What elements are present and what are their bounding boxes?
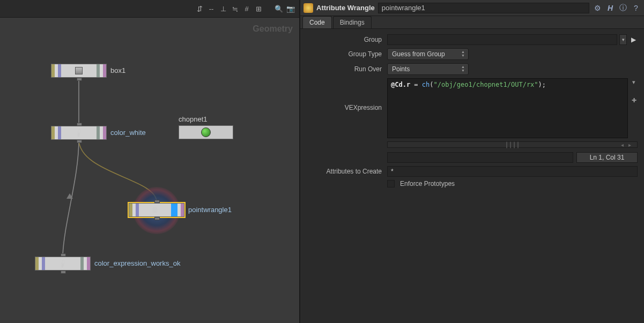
param-vexpression: VEXpression @Cd.r = ch("/obj/geo1/chopne… bbox=[307, 78, 638, 163]
layout-icon-3[interactable]: ⊥ bbox=[219, 4, 227, 13]
group-type-dropdown[interactable]: Guess from Group ▲▼ bbox=[387, 48, 469, 60]
node-color-expression[interactable]: 🖌 color_expression_works_ok bbox=[35, 257, 91, 271]
param-enforce-prototypes: Enforce Prototypes bbox=[307, 180, 638, 187]
layout-icon-1[interactable]: ⇵ bbox=[195, 4, 204, 13]
node-graph-pane: ⇵ -- ⊥ ≒ # ⊞ 🔍 📷 Geometry box1 bbox=[0, 0, 300, 323]
label-group: Group bbox=[307, 36, 387, 43]
node-label: box1 bbox=[110, 66, 125, 74]
help-icon[interactable]: ? bbox=[631, 3, 641, 13]
group-type-value: Guess from Group bbox=[392, 50, 445, 58]
gear-icon[interactable]: ⚙ bbox=[593, 3, 602, 13]
param-group-type: Group Type Guess from Group ▲▼ bbox=[307, 48, 638, 60]
layout-icon-2[interactable]: -- bbox=[207, 4, 216, 13]
node-graph-area[interactable]: Geometry box1 🖌 color_white bbox=[0, 18, 299, 323]
vex-token-string: "/obj/geo1/chopnet1/OUT/rx" bbox=[434, 81, 538, 88]
node-label: color_white bbox=[110, 129, 146, 137]
node-chopnet1[interactable] bbox=[179, 125, 233, 139]
chop-icon bbox=[201, 127, 211, 137]
param-run-over: Run Over Points ▲▼ bbox=[307, 63, 638, 75]
parameters-body: Group ▾ ▶ Group Type Guess from Group ▲▼… bbox=[300, 29, 644, 194]
paint-icon: 🖌 bbox=[72, 126, 85, 139]
node-type-label: Attribute Wrangle bbox=[316, 4, 375, 12]
pane-header: Attribute Wrangle ⚙ H ⓘ ? bbox=[300, 0, 644, 16]
grid-icon[interactable]: ⊞ bbox=[254, 4, 263, 13]
tab-bindings[interactable]: Bindings bbox=[333, 16, 372, 28]
label-group-type: Group Type bbox=[307, 50, 387, 58]
search-icon[interactable]: 🔍 bbox=[275, 4, 283, 13]
vex-token-fn: ch bbox=[422, 81, 430, 88]
group-select-arrow-icon[interactable]: ▶ bbox=[629, 35, 638, 44]
context-label: Geometry bbox=[253, 24, 293, 34]
group-dropdown-icon[interactable]: ▾ bbox=[619, 34, 627, 45]
input-port[interactable] bbox=[154, 200, 160, 203]
label-enforce-prototypes: Enforce Prototypes bbox=[400, 180, 455, 187]
wrangle-icon: 🗎 bbox=[150, 205, 160, 215]
scrub-grip-icon: ┃┃┃┃ bbox=[505, 142, 520, 148]
vex-status-input[interactable] bbox=[387, 152, 573, 163]
param-group: Group ▾ ▶ bbox=[307, 34, 638, 45]
wires bbox=[0, 18, 299, 323]
group-input[interactable] bbox=[387, 34, 617, 45]
node-name-input[interactable] bbox=[378, 3, 589, 13]
label-run-over: Run Over bbox=[307, 65, 387, 73]
box-geo-icon bbox=[75, 67, 83, 74]
input-port[interactable] bbox=[77, 123, 82, 126]
info-icon[interactable]: ⓘ bbox=[618, 3, 628, 13]
output-port[interactable] bbox=[77, 78, 82, 81]
vex-code-editor[interactable]: @Cd.r = ch("/obj/geo1/chopnet1/OUT/rx"); bbox=[387, 78, 628, 138]
run-over-value: Points bbox=[392, 65, 410, 73]
vex-addparm-icon[interactable]: ✚ bbox=[630, 96, 638, 104]
output-port[interactable] bbox=[61, 271, 66, 274]
paint-icon: 🖌 bbox=[56, 257, 69, 270]
param-attrs-to-create: Attributes to Create bbox=[307, 166, 638, 177]
chevron-updown-icon: ▲▼ bbox=[461, 50, 465, 57]
parameter-pane: Attribute Wrangle ⚙ H ⓘ ? Code Bindings … bbox=[300, 0, 644, 323]
vex-presets-icon[interactable]: ▾ bbox=[630, 78, 638, 86]
output-port[interactable] bbox=[77, 140, 82, 143]
node-box1[interactable]: box1 bbox=[51, 64, 107, 78]
scrub-nav-icon[interactable]: ◂ ▸ bbox=[621, 142, 633, 148]
svg-marker-0 bbox=[66, 193, 73, 199]
node-pointwrangle1[interactable]: 🗎 pointwrangle1 bbox=[129, 203, 184, 217]
houdini-H-icon[interactable]: H bbox=[605, 3, 615, 13]
chevron-updown-icon: ▲▼ bbox=[461, 65, 465, 72]
cursor-position: Ln 1, Col 31 bbox=[576, 152, 638, 163]
enforce-prototypes-checkbox[interactable] bbox=[387, 180, 395, 187]
wrangle-icon bbox=[304, 3, 313, 13]
vex-token-var: @Cd.r bbox=[391, 81, 410, 88]
camera-icon[interactable]: 📷 bbox=[286, 4, 295, 13]
tab-code[interactable]: Code bbox=[302, 16, 332, 28]
run-over-dropdown[interactable]: Points ▲▼ bbox=[387, 63, 469, 75]
vex-scrub-bar[interactable]: ┃┃┃┃ ◂ ▸ bbox=[387, 141, 638, 148]
node-label: color_expression_works_ok bbox=[94, 259, 180, 267]
attrs-to-create-input[interactable] bbox=[387, 166, 638, 177]
layout-icon-4[interactable]: ≒ bbox=[231, 4, 239, 13]
node-label: pointwrangle1 bbox=[188, 206, 232, 214]
graph-toolbar: ⇵ -- ⊥ ≒ # ⊞ 🔍 📷 bbox=[0, 0, 299, 18]
tabs-row: Code Bindings bbox=[300, 16, 644, 29]
vex-status-row: Ln 1, Col 31 bbox=[387, 152, 638, 163]
layout-icon-5[interactable]: # bbox=[242, 4, 251, 13]
label-attrs-to-create: Attributes to Create bbox=[307, 168, 387, 175]
vex-side-icons: ▾ ✚ bbox=[630, 78, 638, 138]
node-label: chopnet1 bbox=[179, 115, 208, 123]
output-port[interactable] bbox=[154, 217, 160, 220]
input-port[interactable] bbox=[61, 253, 66, 257]
node-color-white[interactable]: 🖌 color_white bbox=[51, 126, 107, 140]
label-vexpression: VEXpression bbox=[307, 78, 387, 111]
